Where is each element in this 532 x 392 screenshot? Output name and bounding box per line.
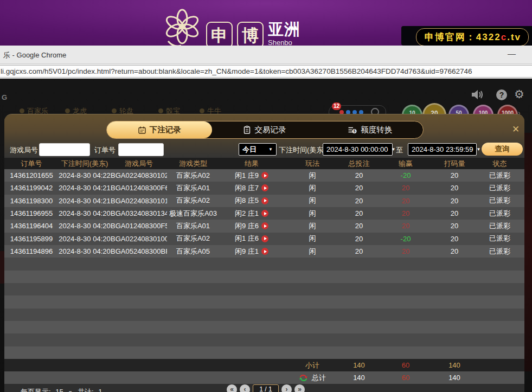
replay-icon[interactable] — [261, 222, 268, 229]
close-icon[interactable]: ✕ — [512, 124, 520, 135]
sound-icon[interactable] — [471, 89, 484, 100]
game-round-input[interactable] — [39, 143, 90, 156]
winloss-cell: -20 — [377, 171, 434, 179]
replay-icon[interactable] — [261, 172, 268, 179]
bet-table-edge — [524, 133, 532, 371]
column-header: 结果 — [219, 159, 284, 169]
table-cell: 2024-8-30 04:20 — [59, 247, 111, 255]
result-cell: 闲1 庄9 — [219, 171, 284, 181]
table-row: 143611969552024-8-30 04:20BGA03240830134… — [4, 207, 524, 220]
nav-game-icon — [112, 108, 117, 113]
total-bet: 140 — [341, 374, 377, 382]
replay-icon[interactable] — [261, 197, 268, 204]
url-field[interactable]: li.gqjcxs.com/h5V01/pc/index.html?return… — [0, 65, 532, 78]
prev-page-button[interactable]: ‹ — [240, 384, 250, 392]
help-icon[interactable]: ? — [496, 89, 507, 100]
table-cell: 20 — [341, 247, 377, 255]
table-cell: BGA052408300BF — [111, 247, 167, 255]
query-button[interactable]: 查询 — [482, 143, 523, 156]
official-c: c — [501, 32, 507, 42]
site-header: 申 博 亚洲 Shenbo 申博官网：4322c.tv — [0, 0, 532, 46]
subtotal-bet: 140 — [341, 361, 377, 369]
table-row: 143611983002024-8-30 04:21BGA02240830101… — [4, 195, 524, 207]
table-cell: 2024-8-30 04:20 — [59, 222, 111, 230]
date-range-select[interactable]: 今日 ▼ — [239, 143, 277, 156]
official-site-link[interactable]: 申博官网：4322c.tv — [416, 28, 529, 46]
tab-bet-records[interactable]: 下注记录 — [107, 121, 212, 138]
page-size-value[interactable]: 15 — [55, 388, 63, 392]
result-text: 闲1 庄9 — [235, 171, 259, 181]
result-cell: 闲1 庄6 — [219, 234, 284, 243]
record-total-value: 1 — [98, 388, 102, 392]
table-cell: 20 — [434, 222, 475, 230]
table-cell: 已派彩 — [475, 247, 524, 256]
chevron-down-icon: ▼ — [268, 147, 273, 152]
column-header: 总投注 — [341, 159, 377, 169]
chevron-down-icon[interactable]: ▼ — [68, 390, 73, 392]
date-from-select[interactable]: 2024-8-30 00:00:00 ▼ — [323, 143, 393, 156]
replay-icon[interactable] — [261, 210, 268, 217]
refresh-arrows-icon[interactable] — [299, 374, 308, 382]
minimize-button[interactable]: — — [508, 49, 516, 58]
table-cell: 20 — [341, 184, 377, 192]
total-label: 总计 — [312, 373, 326, 383]
result-text: 闲1 庄6 — [235, 234, 259, 243]
column-header: 输赢 — [377, 159, 434, 169]
winloss-cell: 20 — [377, 247, 434, 255]
order-no-input[interactable] — [118, 143, 164, 156]
logo-region-cn: 亚洲 — [268, 22, 300, 37]
table-row: 143611958992024-8-30 04:20BGA02240830100… — [4, 233, 524, 245]
to-label: 至 — [396, 145, 403, 155]
column-header: 游戏局号 — [111, 159, 167, 169]
table-cell: 百家乐A02 — [167, 234, 219, 243]
settings-gear-icon[interactable]: ⚙ — [514, 88, 524, 101]
result-text: 闲9 庄1 — [235, 247, 259, 256]
table-cell: 百家乐A05 — [167, 247, 219, 256]
logo-region-en: Shenbo — [268, 39, 300, 46]
tab-credit-transfer[interactable]: $ 额度转换 — [318, 121, 423, 138]
table-cell: 20 — [434, 235, 475, 243]
replay-icon[interactable] — [261, 248, 268, 255]
winloss-cell: 20 — [377, 197, 434, 205]
table-cell: 20 — [341, 171, 377, 179]
date-to-select[interactable]: 2024-8-30 23:59:59 ▼ — [408, 143, 477, 156]
records-modal: 下注记录 交易记录 $ 额度转换 ✕ 游戏局号 订单号 — [4, 114, 524, 392]
game-round-label: 游戏局号 — [10, 145, 38, 155]
table-row-empty — [4, 258, 524, 270]
column-header: 打码量 — [434, 159, 475, 169]
winloss-cell: 20 — [377, 184, 434, 192]
table-row-empty — [4, 333, 524, 346]
result-text: 闲9 庄6 — [235, 221, 259, 231]
winloss-cell: 20 — [377, 222, 434, 230]
subtotal-turnover: 140 — [434, 361, 475, 369]
nav-game-icon — [65, 108, 70, 113]
calendar-icon — [138, 126, 146, 134]
table-row: 143611990422024-8-30 04:21BGA012408300F6… — [4, 182, 524, 194]
window-title: 乐 - Google Chrome — [3, 50, 66, 60]
table-cell: 14361195899 — [4, 235, 59, 243]
table-cell: 14361196955 — [4, 209, 59, 217]
table-header-row: 订单号下注时间(美东)游戏局号游戏类型结果玩法总投注输赢打码量状态 — [4, 158, 524, 169]
svg-text:$: $ — [354, 129, 356, 133]
flower-logo-icon — [163, 7, 202, 46]
record-total-label: 共计: — [78, 388, 94, 392]
nav-game-icon — [20, 108, 24, 113]
table-cell: 20 — [434, 197, 475, 205]
winloss-cell: -20 — [377, 235, 434, 243]
replay-icon[interactable] — [261, 235, 268, 242]
tab-label: 下注记录 — [150, 125, 181, 135]
replay-icon[interactable] — [261, 184, 268, 191]
table-cell: 2024-8-30 04:20 — [59, 209, 111, 217]
column-header: 游戏类型 — [167, 159, 219, 169]
table-cell: 2024-8-30 04:22 — [59, 171, 111, 179]
next-page-button[interactable]: › — [281, 384, 292, 392]
last-page-button[interactable]: » — [294, 384, 305, 392]
site-logo: 申 博 亚洲 Shenbo — [163, 7, 300, 46]
transfer-icon: $ — [348, 126, 357, 134]
tab-transaction-records[interactable]: 交易记录 — [212, 121, 317, 138]
table-row: 143611964042024-8-30 04:20BGA012408300F5… — [4, 220, 524, 232]
table-cell: 闲 — [284, 221, 341, 231]
table-cell: 14361194896 — [4, 247, 59, 255]
first-page-button[interactable]: « — [227, 384, 237, 392]
table-row: 143611948962024-8-30 04:20BGA052408300BF… — [4, 245, 524, 258]
